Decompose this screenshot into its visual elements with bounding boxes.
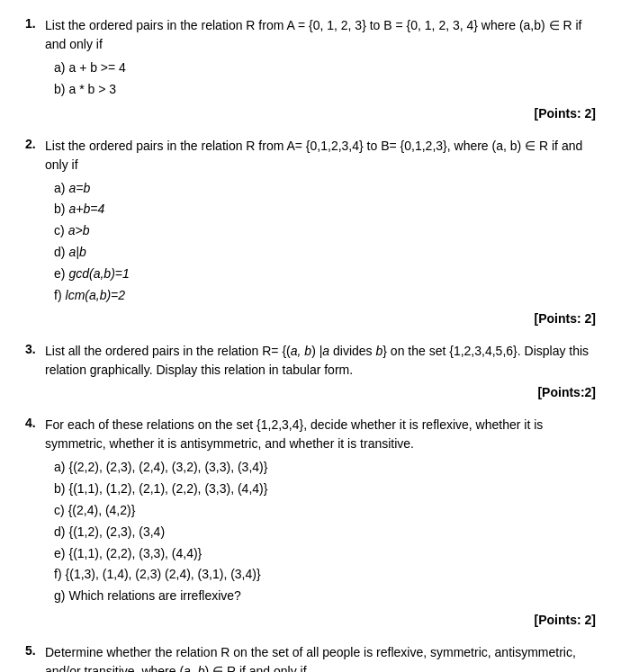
list-item: e){(1,1), (2,2), (3,3), (4,4)} <box>54 543 596 565</box>
q1-text: List the ordered pairs in the relation R… <box>45 16 596 54</box>
q5-content: Determine whether the relation R on the … <box>45 643 596 672</box>
list-item: g)Which relations are irreflexive? <box>54 586 596 607</box>
list-item: d)a|b <box>54 242 596 264</box>
q4-number: 4. <box>25 416 45 627</box>
list-item: c)a>b <box>54 220 596 242</box>
q5-text: Determine whether the relation R on the … <box>45 643 596 672</box>
list-item: f)lcm(a,b)=2 <box>54 285 596 307</box>
q2-content: List the ordered pairs in the relation R… <box>45 137 596 327</box>
q1-number: 1. <box>25 16 45 121</box>
question-1: 1. List the ordered pairs in the relatio… <box>25 16 596 121</box>
q2-sub-list: a)a=b b)a+b=4 c)a>b d)a|b e)gcd(a,b)=1 f… <box>54 178 596 307</box>
page-content: 1. List the ordered pairs in the relatio… <box>25 16 596 672</box>
list-item: f){(1,3), (1,4), (2,3) (2,4), (3,1), (3,… <box>54 564 596 586</box>
list-item: c){(2,4), (4,2)} <box>54 500 596 522</box>
q2-number: 2. <box>25 137 45 327</box>
q3-number: 3. <box>25 342 45 399</box>
list-item: b)a+b=4 <box>54 199 596 220</box>
q4-text: For each of these relations on the set {… <box>45 416 596 453</box>
q4-sub-list: a){(2,2), (2,3), (2,4), (3,2), (3,3), (3… <box>54 457 596 607</box>
list-item: e)gcd(a,b)=1 <box>54 264 596 285</box>
question-3: 3. List all the ordered pairs in the rel… <box>25 342 596 399</box>
list-item: d){(1,2), (2,3), (3,4) <box>54 522 596 543</box>
list-item: b){(1,1), (1,2), (2,1), (2,2), (3,3), (4… <box>54 479 596 500</box>
list-item: a)a=b <box>54 178 596 200</box>
q1-points: [Points: 2] <box>45 106 596 121</box>
q4-points: [Points: 2] <box>45 613 596 627</box>
q3-points: [Points:2] <box>45 385 596 399</box>
q3-text: List all the ordered pairs in the relati… <box>45 342 596 380</box>
q3-content: List all the ordered pairs in the relati… <box>45 342 596 399</box>
q1-content: List the ordered pairs in the relation R… <box>45 16 596 121</box>
list-item: b)a * b > 3 <box>54 79 596 101</box>
q5-number: 5. <box>25 643 45 672</box>
list-item: a){(2,2), (2,3), (2,4), (3,2), (3,3), (3… <box>54 457 596 479</box>
list-item: a)a + b >= 4 <box>54 58 596 79</box>
q4-content: For each of these relations on the set {… <box>45 416 596 627</box>
question-5: 5. Determine whether the relation R on t… <box>25 643 596 672</box>
question-2: 2. List the ordered pairs in the relatio… <box>25 137 596 327</box>
q1-sub-list: a)a + b >= 4 b)a * b > 3 <box>54 58 596 101</box>
q2-text: List the ordered pairs in the relation R… <box>45 137 596 175</box>
q2-points: [Points: 2] <box>45 311 596 326</box>
question-4: 4. For each of these relations on the se… <box>25 416 596 627</box>
